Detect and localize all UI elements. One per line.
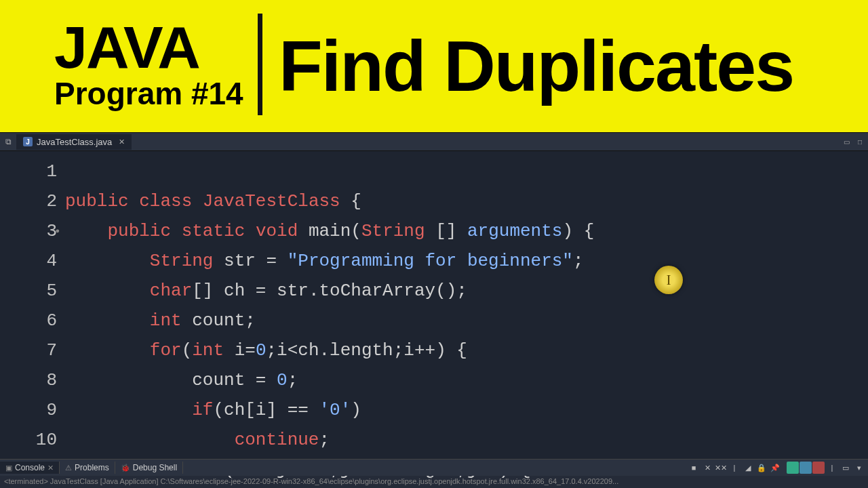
code-line: String str = "Programming for beginners"… (65, 246, 868, 276)
minimize-icon[interactable]: ▭ (841, 138, 852, 146)
banner-title-small: Program #14 (54, 75, 258, 112)
line-number: 5 (26, 276, 57, 306)
line-number: 9 (26, 395, 57, 425)
display-console-icon[interactable] (800, 462, 812, 474)
java-file-icon: J (23, 137, 33, 146)
code-line: char[] ch = str.toCharArray(); (65, 276, 868, 306)
file-tab[interactable]: J JavaTestClass.java ✕ (16, 134, 132, 150)
code-line: if(ch[i] == '0') (65, 395, 868, 425)
pin-icon[interactable]: 📌 (769, 462, 781, 474)
line-number-gutter: 1 2 3● 4 5 6 7 8 9 10 11 (26, 151, 65, 459)
problems-icon: ⚠ (65, 464, 72, 472)
code-line: public class JavaTestClass { (65, 186, 868, 216)
clear-icon[interactable]: ◢ (742, 462, 754, 474)
line-number: 1 (26, 157, 57, 186)
code-line: int count; (65, 306, 868, 336)
line-number: 4 (26, 246, 57, 276)
tab-problems-label: Problems (75, 463, 109, 472)
close-icon[interactable]: ✕ (119, 138, 125, 146)
new-console-icon[interactable] (812, 462, 825, 474)
line-number: 7 (26, 336, 57, 365)
code-area[interactable]: public class JavaTestClass { public stat… (65, 151, 868, 459)
code-line (65, 157, 868, 186)
divider: | (728, 462, 741, 474)
code-line: continue; (65, 425, 868, 455)
banner-left: JAVA Program #14 (0, 0, 258, 132)
code-line: count = 0; (65, 365, 868, 395)
code-editor[interactable]: SE 1 2 3● 4 5 6 7 8 9 10 11 public class… (0, 151, 868, 459)
title-banner: JAVA Program #14 Find Duplicates (0, 0, 868, 132)
code-line: public static void main(String [] argume… (65, 216, 868, 246)
banner-subtitle: Find Duplicates (262, 0, 868, 132)
editor-tabbar: ⧉ J JavaTestClass.java ✕ ▭ □ (0, 132, 868, 151)
file-tab-label: JavaTestClass.java (37, 137, 112, 147)
tab-debug-label: Debug Shell (133, 463, 177, 472)
line-number: 10 (26, 425, 57, 455)
console-toolbar: ■ ✕ ✕✕ | ◢ 🔒 📌 | ▭ ▾ (688, 462, 865, 474)
open-console-icon[interactable] (787, 462, 799, 474)
divider: | (826, 462, 838, 474)
debug-icon: 🐞 (121, 464, 130, 472)
method-marker-icon: ● (55, 216, 60, 246)
cursor-highlight-icon: I (654, 266, 683, 294)
line-number: 6 (26, 306, 57, 336)
banner-title-big: JAVA (54, 20, 258, 74)
line-number: 8 (26, 365, 57, 395)
tab-controls: ▭ □ (841, 138, 865, 146)
line-number: 2 (26, 186, 57, 216)
console-icon: ▣ (5, 464, 12, 472)
tab-problems[interactable]: ⚠ Problems (60, 462, 115, 474)
tab-debug-shell[interactable]: 🐞 Debug Shell (115, 462, 183, 474)
editor-left-margin: SE (0, 151, 26, 459)
close-icon[interactable]: ✕ (47, 464, 54, 472)
tab-console[interactable]: ▣ Console ✕ (0, 462, 60, 474)
bottom-panel-tabs: ▣ Console ✕ ⚠ Problems 🐞 Debug Shell ■ ✕… (0, 459, 868, 476)
restore-icon[interactable]: ⧉ (0, 134, 16, 150)
dropdown-icon[interactable]: ▾ (853, 462, 865, 474)
maximize-icon[interactable]: □ (854, 138, 865, 146)
code-line: for(int i=0;i<ch.length;i++) { (65, 336, 868, 365)
minimize-icon[interactable]: ▭ (840, 462, 852, 474)
line-number: 3● (26, 216, 57, 246)
remove-launch-icon[interactable]: ✕ (701, 462, 713, 474)
tab-console-label: Console (15, 463, 45, 472)
scroll-lock-icon[interactable]: 🔒 (755, 462, 768, 474)
remove-all-icon[interactable]: ✕✕ (715, 462, 727, 474)
terminate-icon[interactable]: ■ (688, 462, 700, 474)
banner-divider (258, 14, 262, 115)
console-switch-group (787, 462, 825, 474)
